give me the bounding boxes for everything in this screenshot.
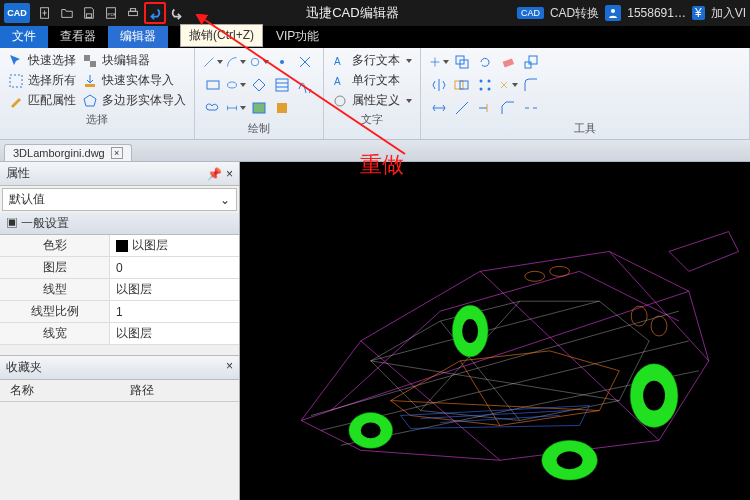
- table-row: 线型以图层: [0, 279, 239, 301]
- polygon2-icon[interactable]: [249, 75, 269, 95]
- table-row: 线宽以图层: [0, 323, 239, 345]
- quick-select-button[interactable]: 快速选择: [8, 52, 76, 69]
- move-icon[interactable]: [429, 52, 449, 72]
- rotate-icon[interactable]: [475, 52, 495, 72]
- svg-point-38: [480, 80, 483, 83]
- svg-point-64: [462, 319, 478, 343]
- image-icon[interactable]: [249, 98, 269, 118]
- fillet-icon[interactable]: [521, 75, 541, 95]
- block2-icon[interactable]: [272, 98, 292, 118]
- open-icon[interactable]: [56, 2, 78, 24]
- multiline-text-button[interactable]: A多行文本: [332, 52, 412, 69]
- app-logo: CAD: [4, 3, 30, 23]
- block-editor-button[interactable]: 块编辑器: [82, 52, 150, 69]
- arc-icon[interactable]: [226, 52, 246, 72]
- svg-rect-17: [207, 81, 219, 89]
- svg-rect-26: [253, 103, 265, 113]
- stretch-icon[interactable]: [429, 98, 449, 118]
- svg-rect-34: [525, 62, 531, 68]
- mirror-icon[interactable]: [429, 75, 449, 95]
- tab-file[interactable]: 文件: [0, 26, 48, 48]
- pin-icon[interactable]: 📌: [207, 167, 222, 181]
- attr-icon: [332, 93, 348, 109]
- svg-point-39: [488, 80, 491, 83]
- table-row: 线型比例1: [0, 301, 239, 323]
- join-button[interactable]: 加入VI: [711, 5, 746, 22]
- singleline-text-button[interactable]: A单行文本: [332, 72, 400, 89]
- dim-icon[interactable]: [226, 98, 246, 118]
- group-label-text: 文字: [332, 112, 412, 127]
- scale-icon[interactable]: [521, 52, 541, 72]
- hatch-icon[interactable]: [272, 75, 292, 95]
- panel-close-icon[interactable]: ×: [226, 359, 233, 376]
- cloud-icon[interactable]: [203, 98, 223, 118]
- explode-icon[interactable]: [498, 75, 518, 95]
- user-label[interactable]: 15586‍91…: [627, 6, 686, 20]
- import-icon: [82, 73, 98, 89]
- svg-rect-20: [276, 79, 288, 91]
- undo-icon[interactable]: [144, 2, 166, 24]
- properties-panel: 属性 📌 × 默认值 ⌄ ▣ 一般设置 色彩以图层 图层0 线型以图层 线型比例…: [0, 162, 240, 500]
- svg-point-16: [280, 60, 284, 64]
- tab-vip[interactable]: VIP功能: [264, 26, 331, 48]
- ribbon-group-draw: 绘制: [195, 48, 324, 139]
- pdf-icon[interactable]: PDF: [100, 2, 122, 24]
- undo-tooltip: 撤销(Ctrl+Z): [180, 24, 263, 47]
- menubar: 文件 查看器 编辑器 高级 输出 VIP功能: [0, 26, 750, 48]
- block-icon: [82, 53, 98, 69]
- ribbon: 快速选择 块编辑器 选择所有 快速实体导入 匹配属性 多边形实体导入 选择: [0, 48, 750, 140]
- ribbon-group-tools: 工具: [421, 48, 750, 139]
- select-all-button[interactable]: 选择所有: [8, 72, 76, 89]
- tab-viewer[interactable]: 查看器: [48, 26, 108, 48]
- section-general[interactable]: ▣ 一般设置: [0, 213, 239, 235]
- extend-icon[interactable]: [475, 98, 495, 118]
- spline-icon[interactable]: [295, 75, 315, 95]
- point-icon[interactable]: [272, 52, 292, 72]
- panel-close-icon[interactable]: ×: [226, 167, 233, 181]
- copy-icon[interactable]: [452, 52, 472, 72]
- svg-rect-10: [90, 61, 96, 67]
- drawing-viewport[interactable]: [240, 162, 750, 500]
- polygon-import-button[interactable]: 多边形实体导入: [82, 92, 186, 109]
- quick-import-button[interactable]: 快速实体导入: [82, 72, 174, 89]
- svg-point-41: [488, 88, 491, 91]
- new-icon[interactable]: [34, 2, 56, 24]
- svg-point-56: [631, 306, 647, 326]
- rect-icon[interactable]: [203, 75, 223, 95]
- chamfer-icon[interactable]: [498, 98, 518, 118]
- props-selector[interactable]: 默认值 ⌄: [2, 188, 237, 211]
- offset-icon[interactable]: [452, 75, 472, 95]
- car-wireframe: [240, 162, 750, 500]
- close-icon[interactable]: ×: [111, 147, 123, 159]
- svg-point-30: [335, 96, 345, 106]
- svg-text:A: A: [334, 56, 341, 67]
- svg-rect-11: [10, 75, 22, 87]
- table-row: 图层0: [0, 257, 239, 279]
- ellipse-icon[interactable]: [226, 75, 246, 95]
- svg-rect-37: [460, 81, 468, 89]
- svg-line-14: [205, 58, 214, 67]
- tab-editor[interactable]: 编辑器: [108, 26, 168, 48]
- svg-rect-12: [85, 84, 95, 87]
- document-tab[interactable]: 3DLamborgini.dwg ×: [4, 144, 132, 161]
- save-icon[interactable]: [78, 2, 100, 24]
- trim2-icon[interactable]: [452, 98, 472, 118]
- user-icon[interactable]: [605, 5, 621, 21]
- annotation-label: 重做: [360, 150, 404, 180]
- svg-point-8: [611, 9, 615, 13]
- brush-icon: [8, 93, 24, 109]
- svg-rect-7: [130, 9, 135, 12]
- line-icon[interactable]: [203, 52, 223, 72]
- svg-rect-35: [529, 56, 537, 64]
- attr-def-button[interactable]: 属性定义: [332, 92, 412, 109]
- convert-button[interactable]: CAD转换: [550, 5, 599, 22]
- circle-icon[interactable]: [249, 52, 269, 72]
- break-icon[interactable]: [521, 98, 541, 118]
- erase-icon[interactable]: [498, 52, 518, 72]
- print-icon[interactable]: [122, 2, 144, 24]
- currency-icon: ¥: [692, 6, 705, 20]
- match-props-button[interactable]: 匹配属性: [8, 92, 76, 109]
- array-icon[interactable]: [475, 75, 495, 95]
- redo-icon[interactable]: [166, 2, 188, 24]
- trim-icon[interactable]: [295, 52, 315, 72]
